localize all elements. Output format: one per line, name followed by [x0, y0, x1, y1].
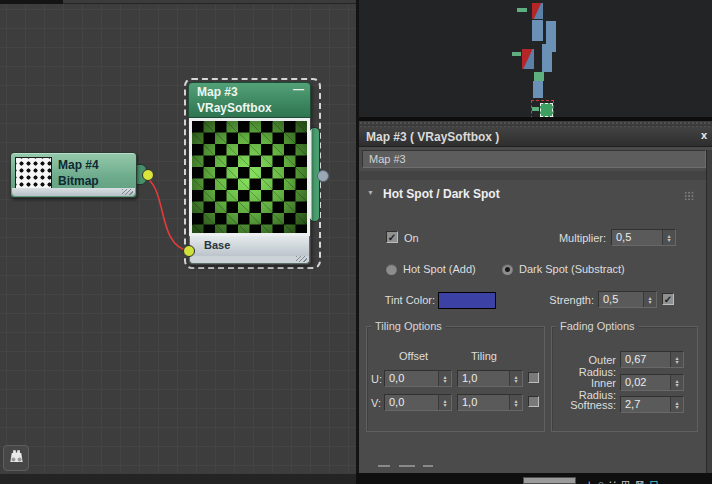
softbox-thumbnail-frame: [189, 118, 310, 236]
spinner-arrows-icon[interactable]: ▴▾: [509, 395, 522, 410]
u-tiling-spinner[interactable]: 1,0 ▴▾: [457, 370, 523, 387]
softbox-node-subtitle: VRaySoftbox: [197, 101, 272, 115]
collapse-minus-icon[interactable]: —: [293, 83, 304, 95]
zoom-region-icon[interactable]: ∷: [609, 477, 616, 484]
close-icon[interactable]: x: [701, 129, 707, 141]
strength-label: Strength:: [511, 294, 594, 306]
tint-color-label: Tint Color:: [367, 294, 435, 306]
map-name-input[interactable]: Map #3: [362, 150, 706, 168]
rollout-header[interactable]: ▼ Hot Spot / Dark Spot: [359, 183, 706, 205]
on-label: On: [404, 232, 419, 244]
top-edge-left: [0, 0, 63, 4]
spinner-arrows-icon[interactable]: ▴▾: [438, 371, 451, 386]
navigator-shape-bar[interactable]: [512, 52, 521, 56]
check-icon: ✓: [388, 232, 396, 243]
navigator-shape-selnode[interactable]: [540, 103, 553, 117]
panel-separator: [359, 171, 712, 180]
spinner-arrows-icon[interactable]: ▴▾: [643, 292, 656, 307]
strength-spinner[interactable]: 0,5 ▴▾: [598, 291, 657, 308]
spinner-arrows-icon[interactable]: ▴▾: [670, 397, 683, 412]
softbox-node-header: Map #3 — VRaySoftbox: [188, 82, 311, 118]
zoom-extents-selected-icon[interactable]: ⊠: [635, 477, 644, 484]
spinner-arrows-icon[interactable]: ▴▾: [670, 375, 683, 390]
v-offset-value[interactable]: 0,0: [385, 395, 438, 410]
top-edge-right: [63, 0, 356, 4]
navigator-shape-bar[interactable]: [534, 72, 544, 81]
bitmap-node[interactable]: Map #4 Bitmap: [10, 152, 137, 198]
u-mirror-checkbox[interactable]: [528, 372, 539, 383]
rollout-title: Hot Spot / Dark Spot: [383, 183, 500, 205]
outer-radius-spinner[interactable]: 0,67 ▴▾: [620, 351, 684, 368]
dark-spot-radio[interactable]: [502, 264, 513, 275]
inner-radius-label: Inner Radius:: [554, 377, 616, 401]
v-label: V:: [371, 397, 381, 409]
inner-radius-value[interactable]: 0,02: [621, 375, 670, 390]
find-button[interactable]: [3, 445, 29, 471]
tiling-options-legend: Tiling Options: [371, 320, 446, 332]
multiplier-value[interactable]: 0,5: [612, 230, 662, 245]
outer-radius-label: Outer Radius:: [554, 354, 616, 378]
rollout-arrow-icon: ▼: [367, 189, 374, 196]
outer-radius-value[interactable]: 0,67: [621, 352, 670, 367]
base-slot-label: Base: [204, 239, 230, 251]
rollout-grip-icon: [684, 191, 694, 200]
pan-icon[interactable]: +: [586, 477, 592, 484]
spinner-arrows-icon[interactable]: ▴▾: [438, 395, 451, 410]
fading-options-legend: Fading Options: [556, 320, 639, 332]
u-tiling-value[interactable]: 1,0: [458, 371, 509, 386]
strength-checkbox[interactable]: ✓: [662, 293, 674, 305]
clipped-rollout-fragment: [378, 465, 390, 467]
on-checkbox[interactable]: ✓: [386, 231, 398, 243]
v-offset-spinner[interactable]: 0,0 ▴▾: [384, 394, 452, 411]
zoom-extents-icon[interactable]: ⊞: [621, 477, 630, 484]
multiplier-label: Multiplier:: [506, 232, 606, 244]
navigator-shape-bar[interactable]: [532, 107, 539, 111]
base-slot-row[interactable]: Base: [189, 236, 310, 256]
v-mirror-checkbox[interactable]: [528, 396, 539, 407]
u-label: U:: [371, 373, 382, 385]
node-graph-view[interactable]: Map #4 Bitmap Map #3 — VRaySoftbox Base: [0, 0, 356, 473]
slate-material-editor: Map #4 Bitmap Map #3 — VRaySoftbox Base: [0, 0, 712, 484]
fading-options-group: Fading Options Outer Radius: 0,67 ▴▾ Inn…: [551, 326, 698, 432]
tiling-header: Tiling: [471, 350, 497, 362]
strength-value[interactable]: 0,5: [599, 292, 643, 307]
navigator-shape-rect[interactable]: [533, 81, 543, 98]
navigator-shape-bar[interactable]: [517, 8, 527, 12]
softbox-output-socket[interactable]: [317, 170, 329, 182]
softness-spinner[interactable]: 2,7 ▴▾: [620, 396, 684, 413]
spinner-arrows-icon[interactable]: ▴▾: [662, 230, 675, 245]
hot-spot-radio[interactable]: [386, 264, 397, 275]
bitmap-node-title: Map #4: [58, 158, 99, 172]
softness-value[interactable]: 2,7: [621, 397, 670, 412]
v-tiling-value[interactable]: 1,0: [458, 395, 509, 410]
bitmap-node-footer: [12, 188, 135, 196]
v-tiling-spinner[interactable]: 1,0 ▴▾: [457, 394, 523, 411]
clipped-rollout-fragment: [399, 465, 415, 467]
inner-radius-spinner[interactable]: 0,02 ▴▾: [620, 374, 684, 391]
softbox-node-title: Map #3: [197, 85, 238, 99]
softbox-thumbnail: [192, 121, 307, 233]
spinner-arrows-icon[interactable]: ▴▾: [509, 371, 522, 386]
bitmap-node-body: Map #4 Bitmap: [10, 152, 137, 198]
navigator-shape-flag[interactable]: [532, 3, 543, 19]
panel-scrollbar[interactable]: [706, 150, 712, 473]
clipped-rollout-fragment: [423, 465, 433, 467]
spinner-arrows-icon[interactable]: ▴▾: [670, 352, 683, 367]
softbox-node[interactable]: Map #3 — VRaySoftbox Base: [188, 82, 311, 265]
u-offset-spinner[interactable]: 0,0 ▴▾: [384, 370, 452, 387]
tiling-options-group: Tiling Options Offset Tiling U: 0,0 ▴▾ 1…: [366, 326, 545, 432]
zoom-icon[interactable]: ○: [597, 477, 604, 484]
navigator-shape-flag[interactable]: [522, 49, 534, 69]
navigator-shape-rect[interactable]: [532, 20, 543, 41]
navigator-shape-rect[interactable]: [542, 44, 552, 72]
base-input-socket[interactable]: [183, 245, 195, 257]
offset-header: Offset: [399, 350, 428, 362]
zoom-selected-highlight-icon[interactable]: ⊡: [650, 477, 659, 484]
multiplier-spinner[interactable]: 0,5 ▴▾: [611, 229, 676, 246]
u-offset-value[interactable]: 0,0: [385, 371, 438, 386]
statusbar-field: [523, 477, 576, 484]
softness-label: Softness:: [554, 399, 616, 411]
navigator-view[interactable]: [359, 0, 712, 117]
bitmap-output-socket[interactable]: [142, 169, 154, 181]
tint-color-swatch[interactable]: [438, 292, 496, 309]
